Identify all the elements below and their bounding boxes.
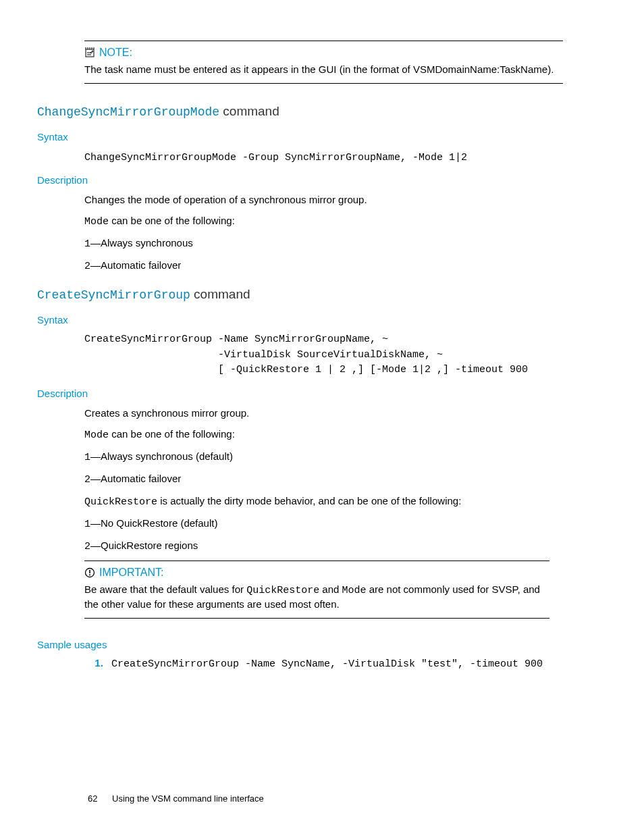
heading-tail: command — [219, 104, 279, 118]
qr-line: QuickRestore is actually the dirty mode … — [84, 494, 563, 509]
imp-pre: Be aware that the default values for — [84, 583, 246, 595]
important-label: IMPORTANT: — [99, 567, 163, 579]
note-body: The task name must be entered as it appe… — [84, 63, 563, 76]
mode-tail-2: can be one of the following: — [109, 428, 235, 440]
c2m2-code: 2 — [84, 474, 90, 486]
qr-2: 2—QuickRestore regions — [84, 538, 563, 554]
important-box: IMPORTANT: Be aware that the default val… — [84, 561, 549, 619]
page-footer: 62 Using the VSM command line interface — [88, 793, 264, 804]
m1-code: 1 — [84, 238, 90, 250]
c2m1-code: 1 — [84, 452, 90, 463]
note-icon — [84, 47, 95, 58]
desc-line-2: Creates a synchronous mirror group. — [84, 406, 563, 420]
q2-code: 2 — [84, 541, 90, 552]
mode-1: 1—Always synchronous — [84, 236, 563, 251]
mode-tail: can be one of the following: — [109, 215, 235, 226]
q1-code: 1 — [84, 519, 90, 530]
c2m1-tail: —Always synchronous (default) — [90, 450, 233, 462]
note-box: NOTE: The task name must be entered as i… — [84, 41, 563, 84]
heading-code-2: CreateSyncMirrorGroup — [37, 288, 190, 302]
sample-list: CreateSyncMirrorGroup -Name SyncName, -V… — [98, 657, 563, 670]
mode2-1: 1—Always synchronous (default) — [84, 449, 563, 465]
m2-tail: —Automatic failover — [90, 259, 181, 271]
syntax-prefix: ChangeSyncMirrorGroupMode — [84, 152, 236, 163]
m2-code: 2 — [84, 261, 90, 272]
syntax-label-2: Syntax — [37, 314, 597, 325]
sample-code-1: CreateSyncMirrorGroup -Name SyncName, -V… — [111, 658, 543, 670]
mode-2: 2—Automatic failover — [84, 258, 563, 273]
imp-qr: QuickRestore — [246, 585, 319, 596]
imp-mode: Mode — [342, 585, 367, 596]
description-label-2: Description — [37, 388, 597, 399]
important-body: Be aware that the default values for Qui… — [84, 583, 549, 612]
syntax-line: ChangeSyncMirrorGroupMode -Group SyncMir… — [84, 149, 563, 165]
mode-line: Mode can be one of the following: — [84, 213, 563, 229]
q2-tail: —QuickRestore regions — [90, 540, 198, 551]
footer-title: Using the VSM command line interface — [112, 793, 264, 804]
heading-code: ChangeSyncMirrorGroupMode — [37, 105, 219, 119]
note-label: NOTE: — [99, 47, 132, 59]
qr-tail: is actually the dirty mode behavior, and… — [157, 495, 461, 506]
m1-tail: —Always synchronous — [90, 237, 193, 249]
desc-line: Changes the mode of operation of a synch… — [84, 192, 563, 207]
imp-mid: and — [319, 583, 342, 595]
syntax-label: Syntax — [37, 131, 597, 142]
mode-line-2: Mode can be one of the following: — [84, 427, 563, 442]
heading-changesync: ChangeSyncMirrorGroupMode command — [37, 104, 597, 119]
mode-code: Mode — [84, 216, 109, 228]
heading-createsync: CreateSyncMirrorGroup command — [37, 287, 597, 302]
q1-tail: —No QuickRestore (default) — [90, 517, 217, 529]
svg-point-8 — [89, 574, 90, 575]
syntax-tail: -Group SyncMirrorGroupName, -Mode 1|2 — [236, 152, 467, 163]
description-label: Description — [37, 174, 597, 186]
important-icon — [84, 567, 95, 578]
page-number: 62 — [88, 793, 97, 804]
important-header: IMPORTANT: — [84, 567, 549, 579]
note-header: NOTE: — [84, 47, 563, 59]
qr-code: QuickRestore — [84, 496, 157, 508]
syntax-block: CreateSyncMirrorGroup -Name SyncMirrorGr… — [84, 332, 563, 378]
c2m2-tail: —Automatic failover — [90, 473, 181, 484]
qr-1: 1—No QuickRestore (default) — [84, 516, 563, 531]
mode2-2: 2—Automatic failover — [84, 471, 563, 487]
sample-label: Sample usages — [37, 639, 597, 650]
sample-item-1: CreateSyncMirrorGroup -Name SyncName, -V… — [106, 657, 563, 670]
heading-tail-2: command — [190, 287, 250, 301]
mode-code-2: Mode — [84, 429, 109, 441]
